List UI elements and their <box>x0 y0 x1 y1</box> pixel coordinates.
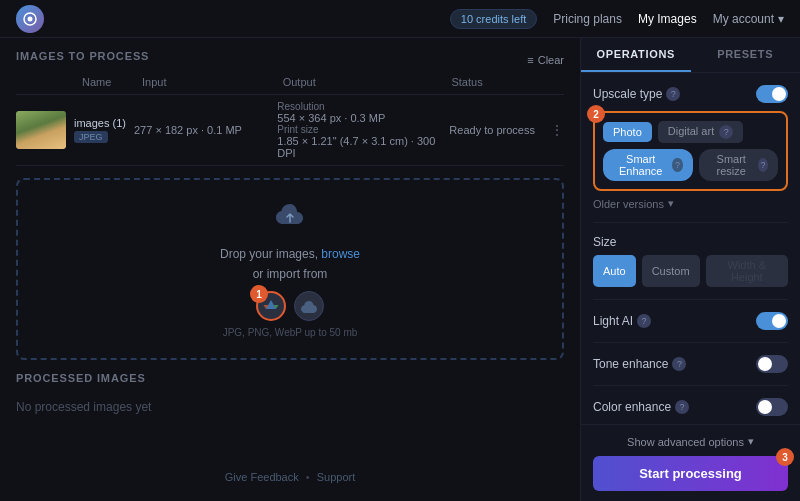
start-processing-button[interactable]: 3 Start processing <box>593 456 788 491</box>
clear-label: Clear <box>538 54 564 66</box>
upscale-type-section: Upscale type ? 2 Photo Digital art ? <box>593 85 788 210</box>
tab-operations[interactable]: OPERATIONS <box>581 38 691 72</box>
digital-art-label: Digital art <box>668 125 714 137</box>
advanced-options-chevron-icon: ▾ <box>748 435 754 448</box>
give-feedback-link[interactable]: Give Feedback <box>225 471 299 483</box>
photo-option-button[interactable]: Photo <box>603 122 652 142</box>
images-header: IMAGES TO PROCESS ≡ Clear <box>16 50 564 70</box>
light-ai-info-icon[interactable]: ? <box>637 314 651 328</box>
digital-art-option-button[interactable]: Digital art ? <box>658 121 744 143</box>
color-enhance-label: Color enhance ? <box>593 400 689 414</box>
right-panel-content: Upscale type ? 2 Photo Digital art ? <box>581 73 800 424</box>
support-link[interactable]: Support <box>317 471 356 483</box>
color-enhance-label-text: Color enhance <box>593 400 671 414</box>
tone-enhance-label-text: Tone enhance <box>593 357 668 371</box>
right-panel: OPERATIONS PRESETS Upscale type ? 2 <box>580 38 800 501</box>
image-thumbnail <box>16 111 66 149</box>
col-status-header: Status <box>451 76 564 88</box>
import-icons-row: 1 <box>256 291 324 321</box>
upload-text: Drop your images, browse <box>220 247 360 261</box>
svg-point-1 <box>28 16 33 21</box>
light-ai-label: Light AI ? <box>593 314 651 328</box>
footer-separator: • <box>306 471 310 483</box>
upscale-label-text: Upscale type <box>593 87 662 101</box>
divider-2 <box>593 299 788 300</box>
status-badge: Ready to process <box>449 124 535 136</box>
smart-enhance-info-icon[interactable]: ? <box>672 158 682 172</box>
tab-presets[interactable]: PRESETS <box>691 38 801 72</box>
logo-icon <box>16 5 44 33</box>
col-input-header: Input <box>142 76 283 88</box>
upscale-type-row: Upscale type ? <box>593 85 788 103</box>
upload-area[interactable]: Drop your images, browse or import from … <box>16 178 564 360</box>
color-enhance-info-icon[interactable]: ? <box>675 400 689 414</box>
divider-4 <box>593 385 788 386</box>
my-images-link[interactable]: My Images <box>638 12 697 26</box>
logo <box>16 5 44 33</box>
image-input-cell: 277 × 182 px · 0.1 MP <box>134 124 277 136</box>
upscale-type-row1: Photo Digital art ? <box>603 121 778 143</box>
col-name-header: Name <box>82 76 142 88</box>
header: 10 credits left Pricing plans My Images … <box>0 0 800 38</box>
digital-art-info-icon[interactable]: ? <box>719 125 733 139</box>
clear-icon: ≡ <box>527 54 533 66</box>
advanced-options-label: Show advanced options <box>627 436 744 448</box>
light-ai-label-text: Light AI <box>593 314 633 328</box>
image-type-badge: JPEG <box>74 131 108 143</box>
table-row: images (1) JPEG 277 × 182 px · 0.1 MP Re… <box>16 95 564 166</box>
processed-section-title: PROCESSED IMAGES <box>16 372 564 384</box>
color-enhance-toggle-knob <box>758 400 772 414</box>
account-button[interactable]: My account ▾ <box>713 12 784 26</box>
tone-enhance-info-icon[interactable]: ? <box>672 357 686 371</box>
start-btn-badge: 3 <box>776 448 794 466</box>
light-ai-section: Light AI ? <box>593 312 788 330</box>
upload-formats-text: JPG, PNG, WebP up to 50 mb <box>223 327 358 338</box>
main-layout: IMAGES TO PROCESS ≡ Clear Name Input Out… <box>0 38 800 501</box>
cloud-import-button[interactable] <box>294 291 324 321</box>
images-section-title: IMAGES TO PROCESS <box>16 50 149 62</box>
tone-enhance-section: Tone enhance ? <box>593 355 788 373</box>
older-versions-chevron-icon: ▾ <box>668 197 674 210</box>
drop-text: Drop your images, <box>220 247 321 261</box>
browse-link[interactable]: browse <box>321 247 360 261</box>
left-footer: Give Feedback • Support <box>16 465 564 489</box>
print-size-value: 1.85 × 1.21" (4.7 × 3.1 cm) · 300 DPI <box>277 135 449 159</box>
upscale-toggle[interactable] <box>756 85 788 103</box>
more-options-icon[interactable]: ⋮ <box>550 122 564 138</box>
advanced-options-row[interactable]: Show advanced options ▾ <box>593 435 788 448</box>
operations-tabs: OPERATIONS PRESETS <box>581 38 800 73</box>
older-versions-row[interactable]: Older versions ▾ <box>593 197 788 210</box>
col-output-header: Output <box>283 76 452 88</box>
resolution-label: Resolution <box>277 101 449 112</box>
credits-badge[interactable]: 10 credits left <box>450 9 537 29</box>
output-resolution: 554 × 364 px · 0.3 MP <box>277 112 449 124</box>
status-cell: Ready to process ⋮ <box>449 122 564 138</box>
color-enhance-toggle[interactable] <box>756 398 788 416</box>
processed-images-section: PROCESSED IMAGES No processed images yet <box>16 372 564 422</box>
tone-enhance-label: Tone enhance ? <box>593 357 686 371</box>
no-processed-text: No processed images yet <box>16 392 564 422</box>
light-ai-toggle[interactable] <box>756 312 788 330</box>
size-custom-button[interactable]: Custom <box>642 255 700 287</box>
smart-resize-info-icon[interactable]: ? <box>758 158 768 172</box>
tone-enhance-toggle[interactable] <box>756 355 788 373</box>
import-text: or import from <box>253 267 328 281</box>
upload-cloud-icon <box>272 200 308 237</box>
size-label: Size <box>593 235 788 249</box>
google-drive-import-button[interactable]: 1 <box>256 291 286 321</box>
pricing-plans-link[interactable]: Pricing plans <box>553 12 622 26</box>
clear-button[interactable]: ≡ Clear <box>527 54 564 66</box>
size-section: Size Auto Custom Width & Height <box>593 235 788 287</box>
image-name: images (1) <box>74 117 134 129</box>
toggle-knob <box>772 87 786 101</box>
size-auto-button[interactable]: Auto <box>593 255 636 287</box>
upscale-info-icon[interactable]: ? <box>666 87 680 101</box>
smart-resize-button[interactable]: Smart resize ? <box>699 149 778 181</box>
smart-enhance-label: Smart Enhance <box>613 153 668 177</box>
color-enhance-section: Color enhance ? <box>593 398 788 416</box>
light-ai-toggle-knob <box>772 314 786 328</box>
account-label: My account <box>713 12 774 26</box>
print-size-label: Print size <box>277 124 449 135</box>
smart-enhance-button[interactable]: Smart Enhance ? <box>603 149 693 181</box>
size-width-height-button[interactable]: Width & Height <box>706 255 788 287</box>
